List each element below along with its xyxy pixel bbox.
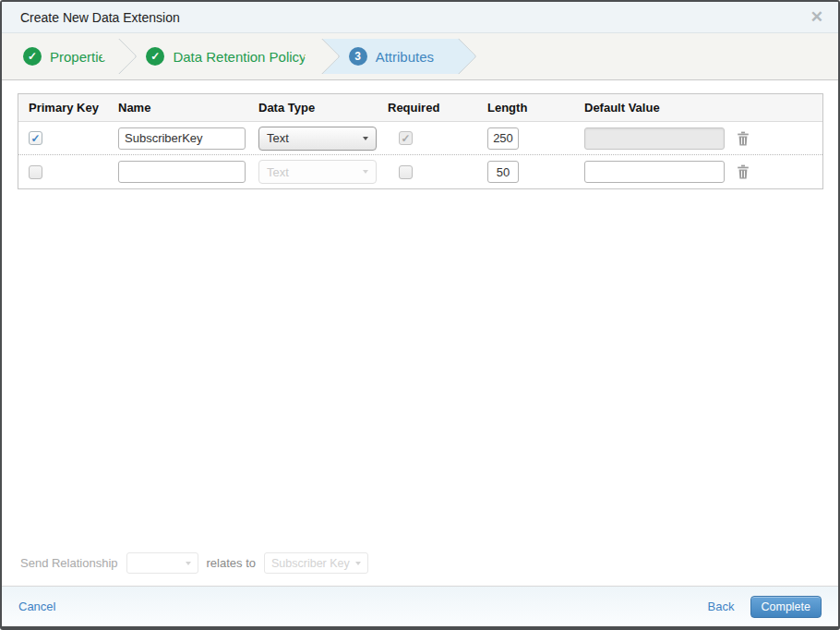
header-primary-key: Primary Key [29,101,118,115]
header-required: Required [388,101,487,115]
modal-titlebar: Create New Data Extension ✕ [2,2,838,33]
required-checkbox[interactable] [399,165,413,179]
data-type-select[interactable]: Text [258,127,377,151]
back-link[interactable]: Back [708,600,735,613]
attribute-row: Text [18,122,822,155]
data-type-select-disabled: Text [258,160,377,184]
close-icon[interactable]: ✕ [810,9,823,25]
step-complete-check-icon [146,47,164,66]
header-default-value: Default Value [584,101,735,115]
send-relationship-target-select-disabled: Subscriber Key [264,552,368,574]
header-data-type: Data Type [258,101,388,115]
cancel-link[interactable]: Cancel [18,600,55,613]
relates-to-label: relates to [207,556,256,570]
wizard-stepbar: Properties Data Retention Policy 3 Attri… [2,33,838,80]
step-label: Data Retention Policy [173,49,306,65]
attribute-row: Text [18,155,822,188]
delete-row-trash-icon[interactable] [737,164,750,179]
chevron-down-icon [355,562,361,565]
complete-button[interactable]: Complete [750,596,822,618]
primary-key-checkbox[interactable] [29,131,42,145]
delete-row-trash-icon[interactable] [737,131,750,146]
step-number-badge: 3 [349,47,367,66]
step-label: Attributes [376,49,434,65]
header-name: Name [118,101,258,115]
data-type-value: Text [267,131,289,145]
chevron-down-icon [186,562,191,565]
primary-key-checkbox[interactable] [29,165,42,179]
step-label: Properties [50,49,113,65]
default-value-input-disabled [584,127,725,150]
step-properties[interactable]: Properties [10,39,120,74]
step-attributes-active[interactable]: 3 Attributes [323,39,460,74]
send-relationship-label: Send Relationship [20,556,118,570]
send-relationship-source-select-disabled [126,552,198,574]
default-value-input[interactable] [584,161,725,183]
required-checkbox-disabled [399,131,413,145]
step-complete-check-icon [23,47,42,66]
name-input[interactable] [118,161,246,183]
footer-actions: Back Complete [708,596,822,618]
chevron-down-icon [363,170,368,174]
step-data-retention-policy[interactable]: Data Retention Policy [120,39,322,74]
data-type-value: Text [267,165,289,179]
send-relationship-row: Send Relationship relates to Subscriber … [20,552,368,574]
name-input[interactable] [118,127,246,150]
attributes-table: Primary Key Name Data Type Required Leng… [18,93,823,189]
chevron-down-icon [363,137,368,140]
length-input[interactable] [487,127,519,150]
length-input[interactable] [487,161,519,183]
modal-content: Primary Key Name Data Type Required Leng… [2,80,838,586]
modal-title: Create New Data Extension [20,10,180,25]
create-data-extension-modal: Create New Data Extension ✕ Properties D… [0,0,840,630]
modal-footer: Cancel Back Complete [2,586,838,626]
header-length: Length [487,101,584,115]
target-value: Subscriber Key [271,557,350,570]
attributes-table-header: Primary Key Name Data Type Required Leng… [18,94,822,122]
